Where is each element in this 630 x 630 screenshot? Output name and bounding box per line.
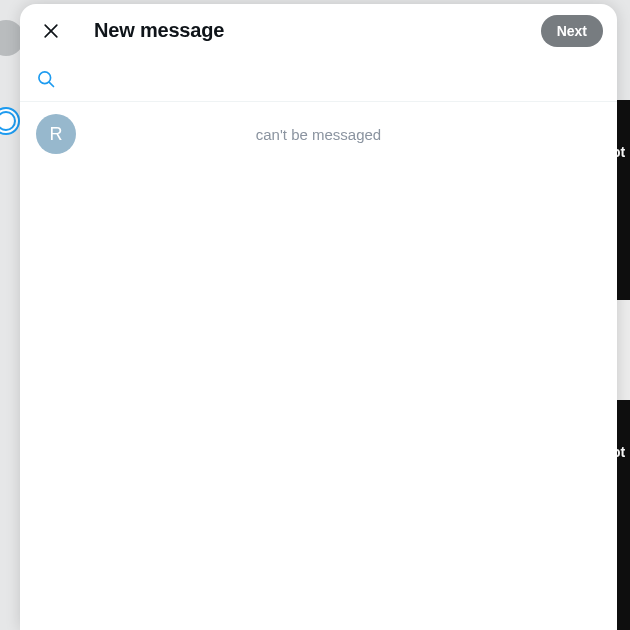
search-row: [20, 57, 617, 102]
next-button[interactable]: Next: [541, 15, 603, 47]
cannot-message-label: can't be messaged: [36, 126, 601, 143]
results-list: R can't be messaged: [20, 102, 617, 630]
result-body: can't be messaged: [88, 126, 601, 143]
modal-header: New message Next: [20, 4, 617, 57]
modal-title: New message: [94, 19, 541, 42]
search-icon: [36, 69, 56, 89]
svg-line-3: [49, 82, 53, 86]
new-message-modal: New message Next R can't be messaged: [20, 4, 617, 630]
close-button[interactable]: [34, 14, 68, 48]
close-icon: [41, 21, 61, 41]
search-input[interactable]: [72, 71, 605, 88]
bg-spaces-icon: [0, 107, 20, 135]
list-item[interactable]: R can't be messaged: [20, 102, 617, 166]
